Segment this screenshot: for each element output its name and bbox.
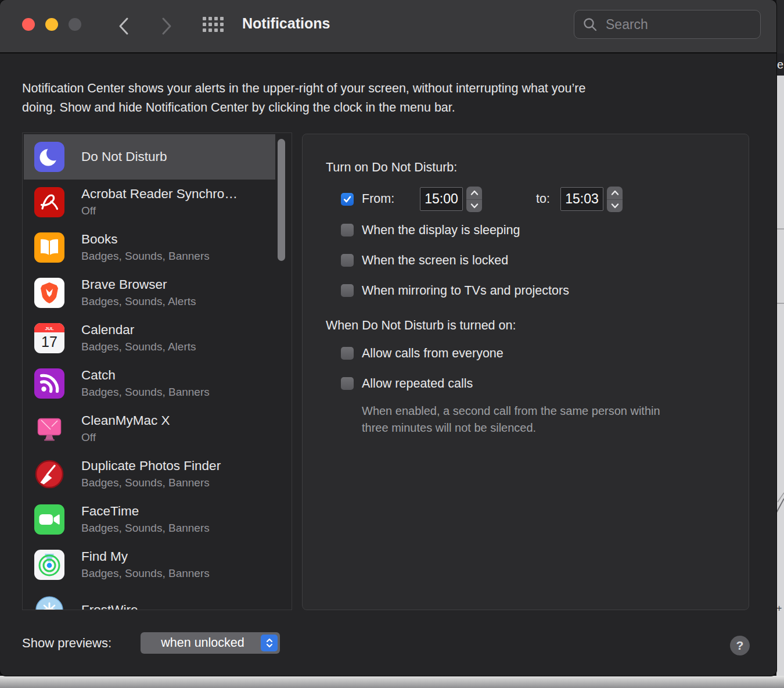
sidebar-item-brave-browser[interactable]: Brave Browser Badges, Sounds, Alerts: [24, 270, 275, 316]
dropdown-chevrons-icon: [261, 635, 278, 651]
sidebar-item-frostwire[interactable]: FrostWire: [24, 587, 275, 610]
forward-button[interactable]: [157, 14, 177, 38]
option-row-when-the-display-is-sleeping: When the display is sleeping: [341, 215, 736, 245]
sidebar-item-find-my[interactable]: Find My Badges, Sounds, Banners: [24, 542, 275, 587]
show-previews-label: Show previews:: [22, 636, 112, 651]
schedule-checkbox[interactable]: [341, 193, 354, 206]
findmy-icon: [34, 550, 64, 580]
app-name: Brave Browser: [81, 277, 196, 293]
show-previews-dropdown[interactable]: when unlocked: [141, 632, 280, 654]
background-line: [776, 303, 784, 304]
app-name: FaceTime: [81, 503, 210, 519]
checkbox-when-the-screen-is-locked[interactable]: [341, 254, 354, 267]
repeated-calls-footnote: When enabled, a second call from the sam…: [362, 403, 733, 436]
description-text: Notification Center shows your alerts in…: [22, 79, 755, 117]
option-row-allow-calls-from-everyone: Allow calls from everyone: [341, 338, 736, 368]
app-name: Find My: [81, 549, 210, 565]
duplicate-photos-icon: [34, 459, 64, 489]
background-plus-mark: +: [776, 603, 782, 614]
frostwire-icon: [34, 595, 64, 610]
app-alert-style: Badges, Sounds, Banners: [81, 249, 210, 264]
option-row-allow-repeated-calls: Allow repeated calls: [341, 368, 736, 399]
app-alert-style: Badges, Sounds, Banners: [81, 566, 210, 581]
sidebar-item-cleanmymac-x[interactable]: CleanMyMac X Off: [24, 406, 275, 451]
from-label: From:: [362, 192, 394, 206]
to-time-field[interactable]: [560, 187, 603, 211]
to-label: to:: [536, 192, 550, 206]
sidebar-item-do-not-disturb[interactable]: Do Not Disturb: [24, 134, 275, 180]
app-name: Books: [81, 231, 210, 248]
checkbox-allow-repeated-calls[interactable]: [341, 377, 354, 390]
app-name: Do Not Disturb: [81, 149, 167, 165]
sidebar-item-calendar[interactable]: JUL 17 Calendar Badges, Sounds, Alerts: [24, 316, 275, 361]
catch-icon: [34, 368, 64, 399]
app-name: Catch: [81, 367, 210, 384]
screen: e +: [0, 0, 784, 688]
app-list: Do Not Disturb Acrobat Reader Synchro… O…: [22, 132, 292, 610]
app-name: FrostWire: [81, 602, 138, 610]
app-name: Acrobat Reader Synchro…: [81, 186, 238, 202]
app-alert-style: Badges, Sounds, Alerts: [81, 339, 196, 354]
close-button[interactable]: [22, 18, 35, 31]
show-all-grid-icon[interactable]: [203, 17, 224, 33]
schedule-row: From: to:: [341, 187, 724, 212]
stepper-up-icon[interactable]: [607, 187, 623, 199]
from-time-stepper[interactable]: [466, 187, 482, 212]
background-bottom-strip: [0, 676, 784, 688]
checkbox-allow-calls-from-everyone[interactable]: [341, 347, 354, 360]
checkbox-when-mirroring-to-tvs-and-projectors[interactable]: [341, 284, 354, 297]
section-heading-when-on: When Do Not Disturb is turned on:: [326, 318, 516, 333]
dropdown-value: when unlocked: [141, 636, 280, 650]
help-button[interactable]: ?: [730, 636, 750, 655]
page-title: Notifications: [242, 15, 330, 32]
sidebar-item-catch[interactable]: Catch Badges, Sounds, Banners: [24, 361, 275, 406]
svg-text:17: 17: [41, 334, 57, 350]
svg-text:JUL: JUL: [45, 326, 53, 331]
cleanmymac-icon: [34, 414, 64, 444]
app-alert-style: Badges, Sounds, Banners: [81, 521, 210, 536]
app-name: CleanMyMac X: [81, 413, 170, 429]
app-alert-style: Badges, Sounds, Alerts: [81, 294, 196, 309]
search-icon: [582, 17, 598, 32]
app-alert-style: Off: [81, 430, 170, 445]
app-name: Calendar: [81, 322, 196, 338]
settings-panel: Turn on Do Not Disturb: From:: [302, 134, 749, 610]
dnd-trigger-options: When the display is sleeping When the sc…: [341, 215, 736, 306]
scrollbar-thumb[interactable]: [278, 139, 285, 261]
books-icon: [34, 232, 64, 263]
notifications-window: Notifications Notification Center shows …: [0, 0, 776, 676]
titlebar: Notifications: [0, 0, 776, 53]
from-time-field[interactable]: [420, 187, 463, 211]
dnd-allow-options: Allow calls from everyone Allow repeated…: [341, 338, 736, 399]
background-window-sliver: e +: [776, 0, 784, 688]
background-line: [776, 228, 784, 230]
search-field[interactable]: [574, 10, 761, 39]
chevron-right-icon: [160, 16, 173, 37]
option-row-when-mirroring-to-tvs-and-projectors: When mirroring to TVs and projectors: [341, 275, 736, 306]
sidebar-item-books[interactable]: Books Badges, Sounds, Banners: [24, 225, 275, 270]
zoom-button[interactable]: [69, 18, 81, 31]
stepper-down-icon[interactable]: [466, 199, 482, 213]
stepper-up-icon[interactable]: [466, 187, 482, 199]
app-alert-style: Badges, Sounds, Banners: [81, 475, 221, 490]
sidebar-item-facetime[interactable]: FaceTime Badges, Sounds, Banners: [24, 497, 275, 542]
calendar-icon: JUL 17: [34, 323, 64, 353]
section-heading-turn-on: Turn on Do Not Disturb:: [326, 160, 457, 175]
app-alert-style: Off: [81, 203, 238, 218]
background-sketch-lines: [776, 476, 784, 523]
search-input[interactable]: [606, 17, 776, 33]
to-time-stepper[interactable]: [607, 187, 623, 212]
brave-icon: [34, 278, 64, 308]
sidebar-item-acrobat-reader-synchro[interactable]: Acrobat Reader Synchro… Off: [24, 180, 275, 225]
chevron-left-icon: [117, 16, 130, 37]
app-name: Duplicate Photos Finder: [81, 458, 221, 474]
option-row-when-the-screen-is-locked: When the screen is locked: [341, 245, 736, 275]
checkbox-when-the-display-is-sleeping[interactable]: [341, 224, 354, 236]
stepper-down-icon[interactable]: [607, 199, 623, 213]
sidebar-item-duplicate-photos-finder[interactable]: Duplicate Photos Finder Badges, Sounds, …: [24, 451, 275, 497]
checkmark-icon: [343, 195, 352, 204]
minimize-button[interactable]: [45, 18, 58, 31]
back-button[interactable]: [114, 14, 134, 38]
background-partial-text: e: [776, 53, 784, 76]
facetime-icon: [34, 504, 64, 535]
